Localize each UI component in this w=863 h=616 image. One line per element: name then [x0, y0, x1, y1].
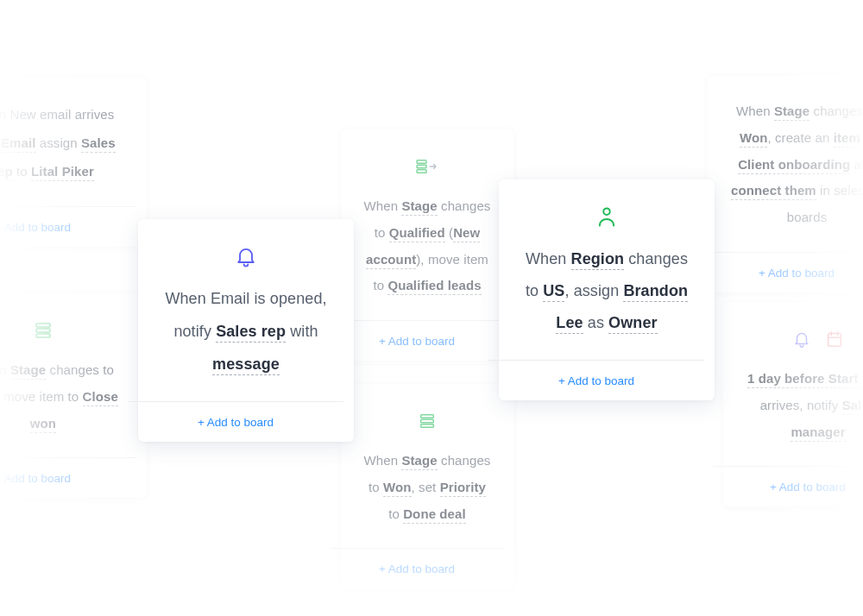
- card-footer: + Add to board: [0, 206, 136, 247]
- svg-rect-10: [828, 334, 841, 347]
- svg-rect-7: [421, 419, 434, 423]
- svg-rect-8: [421, 424, 434, 428]
- list-icon: [31, 318, 55, 343]
- add-to-board-link[interactable]: + Add to board: [759, 267, 835, 280]
- automation-text: When Region changes to US, assign Brando…: [520, 243, 694, 360]
- add-to-board-link[interactable]: + Add to board: [0, 472, 71, 485]
- automation-card-region-us: When Region changes to US, assign Brando…: [499, 179, 715, 400]
- automation-card-new-email: When New email arrives from Email assign…: [0, 78, 147, 247]
- automation-text: When Email is opened, notify Sales rep w…: [159, 283, 333, 401]
- automation-card-done-deal: When Stage changes to Won, set Priority …: [341, 384, 513, 588]
- add-to-board-link[interactable]: + Add to board: [379, 335, 455, 348]
- automation-card-start-time: 1 day before Start time arrives, notify …: [723, 302, 863, 506]
- svg-rect-4: [417, 165, 426, 168]
- card-footer: + Add to board: [697, 252, 863, 292]
- bell-icon: [234, 244, 258, 268]
- add-to-board-link[interactable]: + Add to board: [558, 374, 634, 387]
- add-to-board-link[interactable]: + Add to board: [379, 563, 455, 575]
- card-footer: + Add to board: [331, 320, 503, 361]
- card-footer: + Add to board: [128, 401, 343, 442]
- list-icon: [415, 409, 439, 433]
- add-to-board-link[interactable]: + Add to board: [198, 416, 274, 429]
- svg-point-9: [603, 208, 609, 214]
- svg-rect-6: [421, 415, 434, 418]
- automation-text: When New email arrives from Email assign…: [0, 100, 126, 206]
- add-to-board-link[interactable]: + Add to board: [0, 221, 71, 234]
- automation-text: When Stage changes to Won, set Priority …: [362, 448, 493, 548]
- svg-rect-3: [417, 160, 426, 164]
- card-footer: + Add to board: [713, 466, 863, 506]
- card-footer: + Add to board: [0, 457, 136, 498]
- card-footer: + Add to board: [331, 548, 503, 588]
- automation-card-close-won: When Stage changes to Won, move item to …: [0, 293, 147, 498]
- svg-rect-2: [36, 334, 50, 337]
- automation-text: When Stage changes to Qualified (New acc…: [362, 193, 493, 320]
- automation-card-client-onboarding: When Stage changes to Won, create an ite…: [708, 76, 863, 292]
- add-to-board-link[interactable]: + Add to board: [770, 481, 846, 493]
- automation-text: 1 day before Start time arrives, notify …: [744, 366, 863, 466]
- svg-rect-0: [36, 324, 50, 327]
- svg-rect-1: [36, 329, 50, 332]
- automation-text: When Stage changes to Won, create an ite…: [728, 98, 863, 252]
- automation-text: When Stage changes to Won, move item to …: [0, 357, 126, 457]
- automation-card-qualified: When Stage changes to Qualified (New acc…: [341, 129, 513, 361]
- svg-rect-5: [417, 170, 426, 173]
- bell-icon: [790, 327, 814, 351]
- list-arrow-icon: [415, 154, 439, 179]
- person-icon: [595, 204, 619, 229]
- calendar-icon: [822, 327, 847, 351]
- card-footer: + Add to board: [488, 360, 704, 400]
- automation-card-email-opened: When Email is opened, notify Sales rep w…: [138, 219, 354, 442]
